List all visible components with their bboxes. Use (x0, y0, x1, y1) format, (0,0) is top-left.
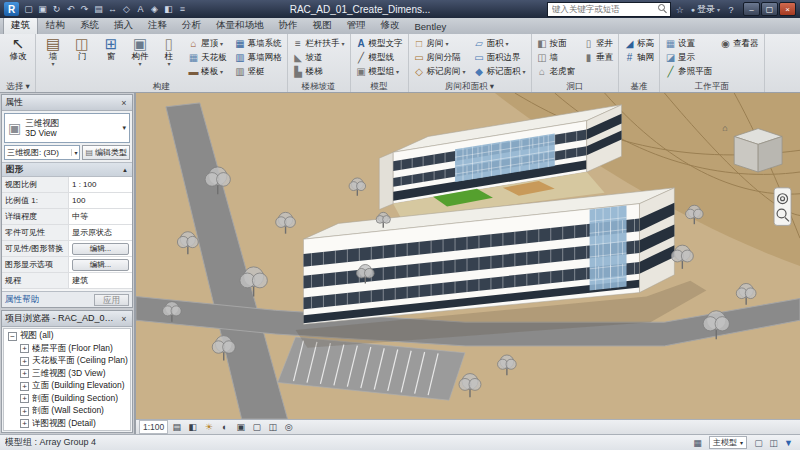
tool-model-line[interactable]: 模型线 (354, 51, 405, 65)
property-value[interactable]: 中等 (69, 209, 132, 224)
properties-help-link[interactable]: 属性帮助 (5, 294, 39, 306)
sun-path-icon[interactable] (201, 421, 216, 433)
expand-icon[interactable]: + (20, 382, 29, 391)
tool-tag-area[interactable]: 标记面积▾ (472, 65, 528, 79)
text-icon[interactable] (134, 3, 147, 16)
ribbon-tab-modify[interactable]: 修改 (374, 18, 407, 34)
crop-view-icon[interactable] (233, 421, 248, 433)
tool-roof[interactable]: 屋顶▾ (186, 37, 229, 51)
editable-only-icon[interactable] (752, 438, 765, 448)
viewcube-home-icon[interactable]: ⌂ (722, 123, 727, 133)
minimize-icon[interactable] (743, 2, 760, 16)
tool-railing[interactable]: 栏杆扶手▾ (291, 37, 347, 51)
close-icon[interactable]: × (119, 98, 129, 108)
section-icon[interactable] (162, 3, 175, 16)
redo-icon[interactable] (78, 3, 91, 16)
ribbon-tab-annotate[interactable]: 注释 (141, 18, 174, 34)
property-value[interactable]: 编辑... (69, 257, 132, 272)
tool-modify-cursor[interactable]: 修改 (4, 35, 32, 80)
reveal-hidden-icon[interactable] (281, 421, 296, 433)
tool-curtain-system[interactable]: 幕墙系统 (233, 37, 284, 51)
property-value[interactable]: 1 : 100 (69, 177, 132, 192)
ribbon-tab-massing-site[interactable]: 体量和场地 (209, 18, 271, 34)
tree-item-detail-views[interactable]: +详图视图 (Detail) (4, 418, 130, 431)
show-crop-icon[interactable] (249, 421, 264, 433)
property-value[interactable]: 显示原状态 (69, 225, 132, 240)
design-options-icon[interactable] (691, 438, 704, 448)
undo-icon[interactable] (64, 3, 77, 16)
active-design-option-combo[interactable]: 主模型 ▾ (709, 436, 747, 449)
tool-window[interactable]: 窗 (97, 35, 125, 80)
close-icon[interactable]: × (119, 314, 129, 324)
tool-component[interactable]: 构件▾ (126, 35, 154, 80)
tool-wall[interactable]: 墙▾ (39, 35, 67, 80)
tool-ref-plane[interactable]: 参照平面 (663, 65, 714, 79)
edit-type-button[interactable]: 编辑类型 (82, 145, 130, 160)
sign-in-button[interactable]: 登录 ▾ (689, 3, 722, 16)
tag-icon[interactable] (120, 3, 133, 16)
tool-grid[interactable]: 轴网 (622, 51, 656, 65)
measure-icon[interactable] (106, 3, 119, 16)
collapse-icon[interactable]: − (8, 332, 17, 341)
tool-mullion[interactable]: 竖梃 (233, 65, 284, 79)
expand-icon[interactable]: + (20, 369, 29, 378)
edit-button[interactable]: 编辑... (72, 259, 129, 271)
property-value[interactable]: 100 (69, 193, 132, 208)
revit-logo[interactable]: R (4, 2, 19, 16)
tool-set-workplane[interactable]: 设置 (663, 37, 714, 51)
expand-icon[interactable]: + (20, 394, 29, 403)
tool-room[interactable]: 房间▾ (412, 37, 468, 51)
ribbon-tab-analyze[interactable]: 分析 (175, 18, 208, 34)
tree-item-3d-views[interactable]: +三维视图 (3D View) (4, 368, 130, 381)
tool-level[interactable]: 标高 (622, 37, 656, 51)
close-icon[interactable] (779, 2, 796, 16)
property-value[interactable]: 编辑... (69, 241, 132, 256)
maximize-icon[interactable] (761, 2, 778, 16)
ribbon-tab-collaborate[interactable]: 协作 (272, 18, 305, 34)
tool-opening-by-face[interactable]: 按面 (535, 37, 578, 51)
tool-model-group[interactable]: 模型组▾ (354, 65, 405, 79)
tool-vertical-opening[interactable]: 垂直 (581, 51, 615, 65)
open-icon[interactable] (22, 3, 35, 16)
view-instance-combo[interactable]: 三维视图: (3D) ▾ (4, 145, 80, 160)
tool-show-workplane[interactable]: 显示 (663, 51, 714, 65)
ribbon-tab-architecture[interactable]: 建筑 (3, 17, 38, 34)
star-icon[interactable] (674, 4, 686, 15)
visual-style-icon[interactable] (185, 421, 200, 433)
tree-item-ceiling-plans[interactable]: +天花板平面 (Ceiling Plan) (4, 355, 130, 368)
help-icon[interactable] (725, 4, 737, 15)
tool-curtain-grid[interactable]: 幕墙网格 (233, 51, 284, 65)
tool-dormer[interactable]: 老虎窗 (535, 65, 578, 79)
navigation-bar[interactable] (774, 188, 791, 226)
expand-icon[interactable]: + (20, 407, 29, 416)
tool-ceiling[interactable]: 天花板 (186, 51, 229, 65)
3d-scene[interactable]: ⌂ (136, 93, 800, 419)
tool-area-boundary[interactable]: 面积边界 (472, 51, 528, 65)
search-input[interactable] (550, 3, 656, 16)
tree-item-elevations[interactable]: +立面 (Building Elevation) (4, 380, 130, 393)
type-selector[interactable]: 三维视图 3D View ▾ (4, 113, 130, 143)
properties-header[interactable]: 属性 × (2, 95, 132, 111)
ribbon-tab-insert[interactable]: 插入 (107, 18, 140, 34)
tool-stair[interactable]: 楼梯 (291, 65, 347, 79)
tool-door[interactable]: 门 (68, 35, 96, 80)
tool-ramp[interactable]: 坡道 (291, 51, 347, 65)
tool-shaft[interactable]: 竖井 (581, 37, 615, 51)
tool-area[interactable]: 面积▾ (472, 37, 528, 51)
tree-item-views-all[interactable]: −视图 (all) (4, 330, 130, 343)
property-value[interactable]: 建筑 (69, 273, 132, 288)
tool-column[interactable]: 柱▾ (155, 35, 183, 80)
ribbon-tab-systems[interactable]: 系统 (73, 18, 106, 34)
detail-level-icon[interactable] (169, 421, 184, 433)
tree-item-building-sections[interactable]: +剖面 (Building Section) (4, 393, 130, 406)
tool-floor[interactable]: 楼板▾ (186, 65, 229, 79)
expand-icon[interactable]: + (20, 357, 29, 366)
exclude-options-icon[interactable] (767, 438, 780, 448)
print-icon[interactable] (92, 3, 105, 16)
temporary-hide-icon[interactable] (265, 421, 280, 433)
project-browser-header[interactable]: 项目浏览器 - RAC_AD_01_Create_Dim... × (2, 311, 132, 327)
edit-button[interactable]: 编辑... (72, 243, 129, 255)
tree-item-wall-sections[interactable]: +剖面 (Wall Section) (4, 405, 130, 418)
ribbon-tab-view[interactable]: 视图 (306, 18, 339, 34)
tree-item-floor-plans[interactable]: +楼层平面 (Floor Plan) (4, 343, 130, 356)
